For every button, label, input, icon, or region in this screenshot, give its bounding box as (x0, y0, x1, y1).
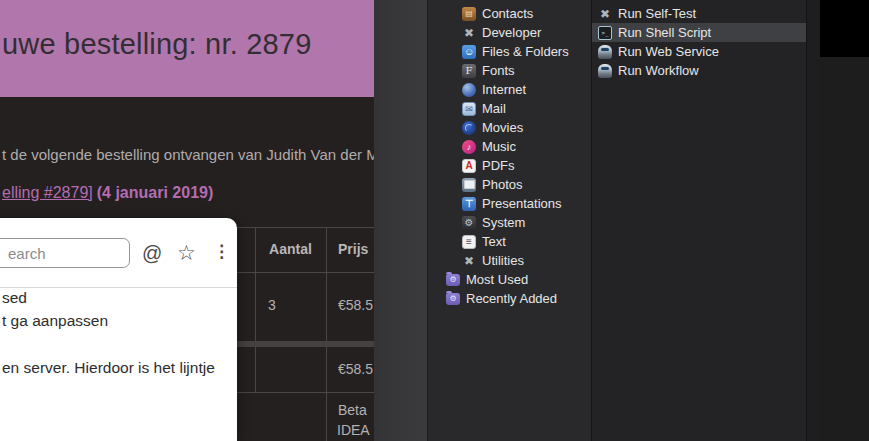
library-item-label: Developer (482, 25, 541, 40)
folder-icon (446, 274, 460, 286)
system-icon (462, 216, 476, 230)
table-header-qty: Aantal (255, 241, 326, 257)
pdfs-icon (462, 159, 476, 173)
screen: uwe bestelling: nr. 2879 t de volgende b… (0, 0, 869, 441)
library-item-label: Contacts (482, 6, 533, 21)
library-item-mail[interactable]: Mail (428, 99, 591, 118)
popup-list-item[interactable]: sed (2, 289, 27, 307)
table-cell-qty: 3 (268, 297, 276, 313)
library-item-label: Presentations (482, 196, 562, 211)
presentations-icon (462, 197, 476, 211)
run-shell-script-panel: R Shell: path= filen local remot url=h s… (820, 57, 869, 441)
tools-icon (598, 7, 612, 21)
action-item-label: Run Shell Script (618, 25, 711, 40)
action-item-run-workflow[interactable]: Run Workflow (592, 61, 806, 80)
library-item-fonts[interactable]: Fonts (428, 61, 591, 80)
folder-icon (446, 293, 460, 305)
files-icon (462, 45, 476, 59)
robot-icon (598, 64, 612, 78)
automator-library-panel: Contacts Developer Files & Folders Fonts… (428, 0, 591, 441)
action-item-run-web-service[interactable]: Run Web Service (592, 42, 806, 61)
library-item-label: Photos (482, 177, 522, 192)
library-item-label: Most Used (466, 272, 528, 287)
order-date: (4 januari 2019) (97, 184, 214, 201)
contacts-icon (462, 7, 476, 21)
kebab-menu-icon[interactable]: ⋮ (213, 243, 230, 260)
library-item-label: Mail (482, 101, 506, 116)
library-item-label: Music (482, 139, 516, 154)
library-item-text[interactable]: Text (428, 232, 591, 251)
actions-panel-edge (806, 0, 820, 441)
robot-icon (598, 45, 612, 59)
table-cell-payment-1: Beta (338, 402, 367, 418)
library-item-label: Files & Folders (482, 44, 569, 59)
utilities-icon (462, 254, 476, 268)
email-subject: uwe bestelling: nr. 2879 (2, 28, 312, 61)
fonts-icon (462, 64, 476, 78)
library-item-label: Fonts (482, 63, 515, 78)
library-item-label: Recently Added (466, 291, 557, 306)
terminal-icon (598, 26, 612, 40)
library-item-photos[interactable]: Photos (428, 175, 591, 194)
workflow-canvas (820, 0, 869, 57)
automator-actions-panel: Run Self-Test Run Shell Script Run Web S… (591, 0, 806, 441)
mail-icon (462, 102, 476, 116)
order-line: elling #2879](4 januari 2019) (2, 184, 213, 202)
table-cell-total: €58.5 (338, 361, 373, 377)
photos-icon (462, 178, 476, 192)
library-item-files-folders[interactable]: Files & Folders (428, 42, 591, 61)
music-icon (462, 140, 476, 154)
library-item-presentations[interactable]: Presentations (428, 194, 591, 213)
table-border (326, 227, 327, 341)
library-item-music[interactable]: Music (428, 137, 591, 156)
table-cell-payment-2: IDEA (337, 422, 370, 438)
internet-icon (462, 83, 476, 97)
library-item-utilities[interactable]: Utilities (428, 251, 591, 270)
action-item-run-shell-script[interactable]: Run Shell Script (592, 23, 806, 42)
library-item-label: PDFs (482, 158, 515, 173)
table-header-price: Prijs (338, 241, 368, 257)
mention-at-icon[interactable]: @ (142, 243, 162, 263)
order-link[interactable]: elling #2879] (2, 184, 93, 201)
library-item-internet[interactable]: Internet (428, 80, 591, 99)
action-item-label: Run Web Service (618, 44, 719, 59)
library-item-developer[interactable]: Developer (428, 23, 591, 42)
action-item-label: Run Workflow (618, 63, 699, 78)
library-list: Contacts Developer Files & Folders Fonts… (428, 4, 591, 308)
movies-icon (462, 121, 476, 135)
developer-icon (462, 26, 476, 40)
library-item-recently-added[interactable]: Recently Added (428, 289, 591, 308)
action-item-run-self-test[interactable]: Run Self-Test (592, 4, 806, 23)
popup-list-item[interactable]: en server. Hierdoor is het lijntje (2, 359, 215, 377)
popup-divider (0, 287, 237, 288)
library-item-label: Text (482, 234, 506, 249)
table-border (326, 347, 327, 441)
library-item-system[interactable]: System (428, 213, 591, 232)
automator-sidebar-margin (374, 0, 428, 441)
star-icon[interactable]: ☆ (177, 242, 196, 263)
table-cell-price: €58.5 (338, 297, 373, 313)
library-item-label: Movies (482, 120, 523, 135)
library-item-most-used[interactable]: Most Used (428, 270, 591, 289)
email-intro-text: t de volgende bestelling ontvangen van J… (2, 146, 374, 163)
action-item-label: Run Self-Test (618, 6, 696, 21)
actions-list: Run Self-Test Run Shell Script Run Web S… (592, 4, 806, 80)
library-item-pdfs[interactable]: PDFs (428, 156, 591, 175)
table-border (255, 347, 256, 392)
library-item-movies[interactable]: Movies (428, 118, 591, 137)
library-item-label: Internet (482, 82, 526, 97)
search-input[interactable] (0, 238, 130, 268)
library-item-label: System (482, 215, 525, 230)
library-item-label: Utilities (482, 253, 524, 268)
text-icon (462, 235, 476, 249)
email-header: uwe bestelling: nr. 2879 (0, 0, 374, 97)
popup-list-item[interactable]: t ga aanpassen (2, 312, 108, 330)
library-item-contacts[interactable]: Contacts (428, 4, 591, 23)
search-popup: @ ☆ ⋮ sedt ga aanpassenen server. Hierdo… (0, 218, 237, 441)
